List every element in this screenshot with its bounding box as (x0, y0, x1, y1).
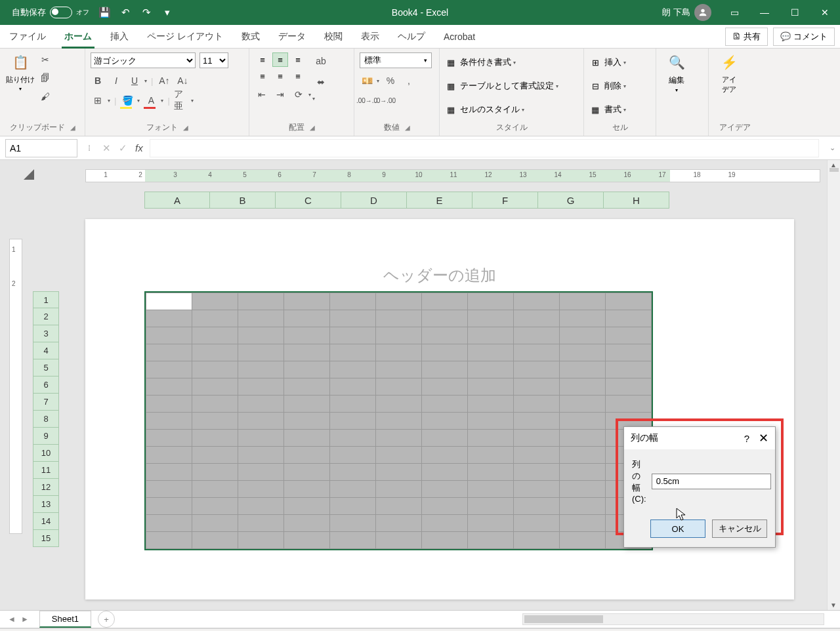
number-format-select[interactable]: 標準▾ (360, 52, 432, 68)
cell[interactable] (514, 396, 560, 413)
vertical-ruler[interactable]: 12 (9, 239, 22, 534)
sheet-tab-1[interactable]: Sheet1 (39, 611, 91, 628)
cell[interactable] (514, 481, 560, 498)
copy-icon[interactable]: 🗐 (38, 71, 52, 85)
cell[interactable] (422, 378, 468, 396)
cell[interactable] (514, 515, 560, 532)
align-bottom-icon[interactable]: ≡ (290, 52, 306, 67)
tab-view[interactable]: 表示 (352, 25, 388, 49)
cell[interactable] (192, 293, 238, 310)
cell[interactable] (560, 532, 606, 549)
cell[interactable] (146, 293, 192, 310)
cell[interactable] (330, 498, 376, 515)
cell[interactable] (330, 310, 376, 327)
cell[interactable] (514, 293, 560, 310)
enter-formula-icon[interactable]: ✓ (119, 142, 127, 154)
sheet-nav-next-icon[interactable]: ► (21, 615, 29, 624)
row-header[interactable]: 6 (33, 377, 59, 394)
cell[interactable] (192, 430, 238, 447)
cell[interactable] (146, 515, 192, 532)
tab-file[interactable]: ファイル (0, 25, 55, 49)
cell[interactable] (514, 327, 560, 344)
orientation-icon[interactable]: ⟳ (291, 87, 306, 102)
column-header[interactable]: B (210, 192, 276, 209)
cell[interactable] (376, 396, 422, 413)
cell[interactable] (284, 430, 330, 447)
cell[interactable] (238, 464, 284, 481)
decrease-font-icon[interactable]: A↓ (175, 73, 190, 88)
cell[interactable] (606, 293, 652, 310)
cell[interactable] (192, 447, 238, 464)
column-header[interactable]: A (144, 192, 210, 209)
delete-cells-button[interactable]: ⊟削除 ▾ (589, 77, 626, 94)
cell[interactable] (468, 532, 514, 549)
namebox-dropdown-icon[interactable]: ⁞ (80, 143, 98, 153)
cell[interactable] (560, 361, 606, 378)
border-icon[interactable]: ⊞ (91, 93, 105, 108)
expand-formula-icon[interactable]: ⌄ (824, 144, 840, 152)
tab-data[interactable]: データ (269, 25, 315, 49)
cell[interactable] (146, 396, 192, 413)
cell[interactable] (422, 532, 468, 549)
cell[interactable] (330, 361, 376, 378)
cell[interactable] (238, 532, 284, 549)
row-header[interactable]: 1 (33, 291, 59, 308)
conditional-format-button[interactable]: ▦条件付き書式 ▾ (445, 54, 558, 71)
cell[interactable] (146, 481, 192, 498)
cell[interactable] (468, 396, 514, 413)
cell[interactable] (468, 413, 514, 430)
cell[interactable] (376, 464, 422, 481)
cell[interactable] (376, 361, 422, 378)
cell[interactable] (376, 344, 422, 361)
cell[interactable] (238, 344, 284, 361)
font-size-select[interactable]: 11 (200, 52, 228, 68)
cell[interactable] (560, 430, 606, 447)
cell[interactable] (514, 430, 560, 447)
increase-decimal-icon[interactable]: .00→.0 (360, 93, 374, 108)
ribbon-display-icon[interactable]: ▭ (719, 0, 749, 25)
cell[interactable] (514, 413, 560, 430)
tab-help[interactable]: ヘルプ (388, 25, 434, 49)
cell[interactable] (192, 361, 238, 378)
cell[interactable] (146, 327, 192, 344)
cell[interactable] (560, 447, 606, 464)
fx-icon[interactable]: fx (135, 142, 143, 154)
cell[interactable] (468, 447, 514, 464)
cell[interactable] (284, 293, 330, 310)
cell[interactable] (192, 378, 238, 396)
cell[interactable] (514, 447, 560, 464)
column-header[interactable]: H (604, 192, 669, 209)
cell[interactable] (330, 481, 376, 498)
cell[interactable] (238, 413, 284, 430)
save-icon[interactable]: 💾 (98, 7, 110, 18)
cell[interactable] (422, 515, 468, 532)
cell[interactable] (468, 481, 514, 498)
cell[interactable] (330, 532, 376, 549)
underline-button[interactable]: U (127, 73, 142, 88)
column-header[interactable]: E (407, 192, 472, 209)
cell[interactable] (422, 447, 468, 464)
cell[interactable] (376, 481, 422, 498)
format-cells-button[interactable]: ▦書式 ▾ (589, 101, 626, 118)
row-header[interactable]: 15 (33, 530, 59, 547)
add-sheet-button[interactable]: + (98, 611, 115, 628)
name-box[interactable]: A1 (5, 139, 77, 157)
minimize-button[interactable]: — (749, 0, 780, 25)
format-painter-icon[interactable]: 🖌 (38, 89, 52, 104)
cell[interactable] (146, 378, 192, 396)
cell[interactable] (468, 344, 514, 361)
cell[interactable] (238, 378, 284, 396)
italic-button[interactable]: I (109, 73, 123, 88)
cell[interactable] (514, 498, 560, 515)
cell[interactable] (330, 327, 376, 344)
cell[interactable] (468, 361, 514, 378)
cell[interactable] (422, 396, 468, 413)
cell[interactable] (376, 532, 422, 549)
cell[interactable] (238, 481, 284, 498)
cell[interactable] (284, 327, 330, 344)
cell[interactable] (560, 378, 606, 396)
cell[interactable] (468, 293, 514, 310)
cell[interactable] (284, 532, 330, 549)
cell[interactable] (376, 515, 422, 532)
row-header[interactable]: 14 (33, 513, 59, 530)
